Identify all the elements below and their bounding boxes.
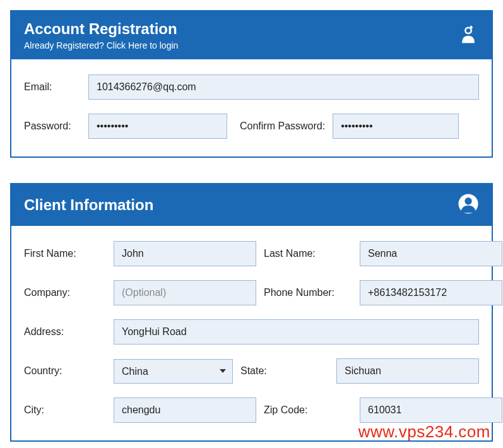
confirm-password-label: Confirm Password: [240,121,325,132]
svg-point-4 [465,197,471,204]
confirm-password-field[interactable] [333,114,459,139]
client-panel-header: Client Information [11,184,492,226]
company-label: Company: [24,287,106,298]
email-field[interactable] [88,74,479,100]
country-select[interactable]: China [114,359,233,384]
client-title: Client Information [24,196,153,214]
astronaut-icon [458,23,479,47]
address-field[interactable] [114,319,479,345]
password-label: Password: [24,121,81,132]
account-panel-body: Email: Password: Confirm Password: [11,59,492,156]
client-panel: Client Information First Name: Last Name… [10,183,493,442]
account-panel: Account Registration Already Registered?… [10,10,493,158]
zip-label: Zip Code: [264,404,352,416]
first-name-field[interactable] [114,241,256,266]
account-panel-header: Account Registration Already Registered?… [11,11,492,59]
client-panel-body: First Name: Last Name: Company: Phone Nu… [11,226,492,440]
address-label: Address: [24,326,106,338]
phone-field[interactable] [360,280,502,305]
country-label: Country: [24,365,106,377]
login-link[interactable]: Already Registered? Click Here to login [24,40,178,50]
city-field[interactable] [114,398,256,423]
first-name-label: First Name: [24,248,106,259]
last-name-label: Last Name: [264,248,352,259]
city-label: City: [24,404,106,416]
user-circle-icon [458,193,479,217]
email-label: Email: [24,81,81,93]
svg-point-2 [466,28,471,33]
last-name-field[interactable] [360,241,502,266]
password-field[interactable] [88,114,227,139]
account-title: Account Registration [24,20,178,38]
state-field[interactable] [336,358,479,384]
company-field[interactable] [114,280,256,305]
phone-label: Phone Number: [264,287,352,298]
state-label: State: [240,365,329,377]
zip-field[interactable] [360,398,502,423]
